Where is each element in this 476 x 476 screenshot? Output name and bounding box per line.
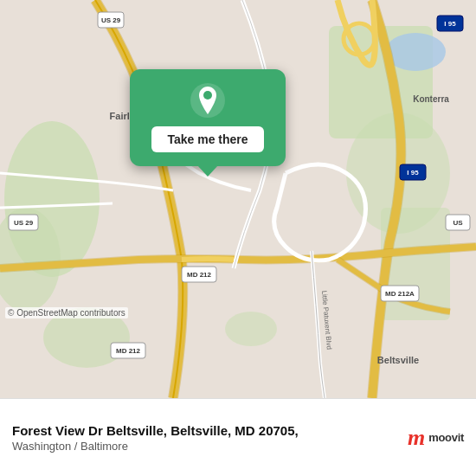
- svg-text:US: US: [453, 219, 463, 227]
- location-pin-icon: [189, 81, 227, 119]
- moovit-m-icon: m: [408, 425, 425, 451]
- location-popup: Take me there: [130, 69, 286, 166]
- address-line2: Washington / Baltimore: [12, 440, 399, 453]
- svg-point-31: [203, 91, 212, 100]
- take-me-there-button[interactable]: Take me there: [151, 126, 263, 152]
- address-block: Forest View Dr Beltsville, Beltsville, M…: [12, 422, 399, 453]
- osm-credit-text: © OpenStreetMap contributors: [8, 308, 125, 318]
- svg-text:Konterra: Konterra: [413, 94, 449, 104]
- svg-text:MD 212: MD 212: [187, 271, 212, 279]
- moovit-logo: m moovit: [408, 425, 464, 451]
- map-container: US 29 I 95 I 95 US 29 MD 212 MD 212 MD 2…: [0, 0, 476, 398]
- svg-point-7: [225, 312, 277, 346]
- moovit-brand-text: moovit: [428, 431, 464, 444]
- svg-text:US 29: US 29: [101, 16, 121, 24]
- svg-text:MD 212: MD 212: [116, 347, 141, 355]
- address-line1: Forest View Dr Beltsville, Beltsville, M…: [12, 422, 399, 440]
- osm-credit: © OpenStreetMap contributors: [5, 307, 128, 318]
- bottom-bar: Forest View Dr Beltsville, Beltsville, M…: [0, 398, 476, 476]
- svg-text:MD 212A: MD 212A: [385, 290, 415, 298]
- svg-text:I 95: I 95: [407, 169, 419, 177]
- svg-text:US 29: US 29: [14, 219, 34, 227]
- svg-text:Beltsville: Beltsville: [377, 355, 419, 365]
- svg-text:I 95: I 95: [444, 20, 456, 28]
